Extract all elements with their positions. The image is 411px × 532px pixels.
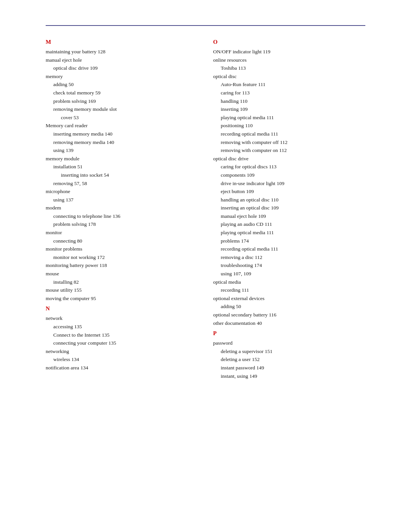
section-letter-n: N — [46, 305, 198, 312]
index-entry: maintaining your battery 128 — [46, 48, 198, 56]
index-entry: inserting 109 — [213, 105, 365, 113]
index-entry: problem solving 178 — [46, 220, 198, 228]
index-entry: check total memory 59 — [46, 89, 198, 97]
index-entry: using 139 — [46, 146, 198, 155]
index-entry: optional external devices — [213, 294, 365, 303]
index-entry: inserting memory media 140 — [46, 130, 198, 138]
index-entry: connecting to telephone line 136 — [46, 212, 198, 220]
index-entry: memory — [46, 72, 198, 81]
index-entry: monitor not working 172 — [46, 253, 198, 262]
index-entry: memory module — [46, 155, 198, 163]
index-entry: networking — [46, 347, 198, 356]
index-entry: inserting into socket 54 — [46, 171, 198, 179]
index-entry: adding 50 — [46, 80, 198, 89]
index-entry: problem solving 169 — [46, 97, 198, 105]
index-entry: inserting an optical disc 109 — [213, 204, 365, 212]
index-entry: password — [213, 339, 365, 347]
index-entry: optional secondary battery 116 — [213, 311, 365, 319]
index-entry: removing 57, 58 — [46, 179, 198, 188]
index-entry: mouse — [46, 270, 198, 278]
index-entry: removing with computer off 112 — [213, 138, 365, 147]
index-entry: handling 110 — [213, 97, 365, 105]
index-entry: mouse utility 155 — [46, 286, 198, 294]
page-header — [46, 23, 365, 26]
index-entry: moving the computer 95 — [46, 294, 198, 303]
index-entry: wireless 134 — [46, 355, 198, 364]
index-entry: removing with computer on 112 — [213, 146, 365, 155]
index-entry: monitor problems — [46, 245, 198, 253]
index-entry: playing optical media 111 — [213, 113, 365, 122]
index-entry: recording optical media 111 — [213, 130, 365, 138]
index-entry: installing 82 — [46, 278, 198, 286]
index-entry: cover 53 — [46, 113, 198, 122]
index-entry: network — [46, 314, 198, 323]
index-columns: Mmaintaining your battery 128manual ejec… — [46, 37, 365, 380]
index-entry: optical disc drive 109 — [46, 64, 198, 72]
index-entry: caring for 113 — [213, 89, 365, 97]
index-entry: modem — [46, 204, 198, 212]
index-entry: connecting your computer 135 — [46, 339, 198, 347]
index-entry: manual eject hole — [46, 56, 198, 64]
index-entry: connecting 80 — [46, 237, 198, 245]
index-entry: optical disc drive — [213, 155, 365, 163]
index-entry: troubleshooting 174 — [213, 261, 365, 270]
index-entry: handling an optical disc 110 — [213, 196, 365, 204]
index-entry: Toshiba 113 — [213, 64, 365, 72]
index-entry: recording 111 — [213, 286, 365, 294]
index-entry: notification area 134 — [46, 364, 198, 372]
index-entry: removing memory module slot — [46, 105, 198, 113]
index-entry: using 137 — [46, 196, 198, 204]
index-entry: using 107, 109 — [213, 270, 365, 278]
index-entry: instant, using 149 — [213, 372, 365, 380]
index-entry: other documentation 40 — [213, 319, 365, 328]
index-entry: microphone — [46, 187, 198, 196]
index-entry: removing memory media 140 — [46, 138, 198, 147]
index-entry: Connect to the Internet 135 — [46, 331, 198, 339]
index-entry: problems 174 — [213, 237, 365, 245]
index-entry: caring for optical discs 113 — [213, 163, 365, 171]
index-entry: eject button 109 — [213, 187, 365, 196]
index-entry: recording optical media 111 — [213, 245, 365, 253]
index-entry: installation 51 — [46, 163, 198, 171]
index-entry: Auto-Run feature 111 — [213, 80, 365, 89]
section-letter-p: P — [213, 330, 365, 337]
index-entry: deleting a supervisor 151 — [213, 347, 365, 356]
left-column: Mmaintaining your battery 128manual ejec… — [46, 37, 198, 380]
index-entry: monitor — [46, 228, 198, 237]
index-entry: optical disc — [213, 72, 365, 81]
index-entry: accessing 135 — [46, 323, 198, 331]
section-letter-m: M — [46, 39, 198, 45]
index-entry: drive in-use indicator light 109 — [213, 179, 365, 188]
index-entry: manual eject hole 109 — [213, 212, 365, 220]
index-entry: adding 50 — [213, 302, 365, 311]
index-entry: playing optical media 111 — [213, 228, 365, 237]
index-entry: instant password 149 — [213, 364, 365, 372]
section-letter-o: O — [213, 39, 365, 45]
index-entry: monitoring battery power 118 — [46, 261, 198, 270]
right-column: OON/OFF indicator light 119online resour… — [213, 37, 365, 380]
index-entry: online resources — [213, 56, 365, 64]
index-entry: removing a disc 112 — [213, 253, 365, 262]
index-entry: ON/OFF indicator light 119 — [213, 48, 365, 56]
index-entry: optical media — [213, 278, 365, 286]
index-entry: positioning 110 — [213, 121, 365, 130]
index-entry: deleting a user 152 — [213, 355, 365, 364]
index-entry: playing an audio CD 111 — [213, 220, 365, 228]
index-entry: components 109 — [213, 171, 365, 179]
index-entry: Memory card reader — [46, 121, 198, 130]
